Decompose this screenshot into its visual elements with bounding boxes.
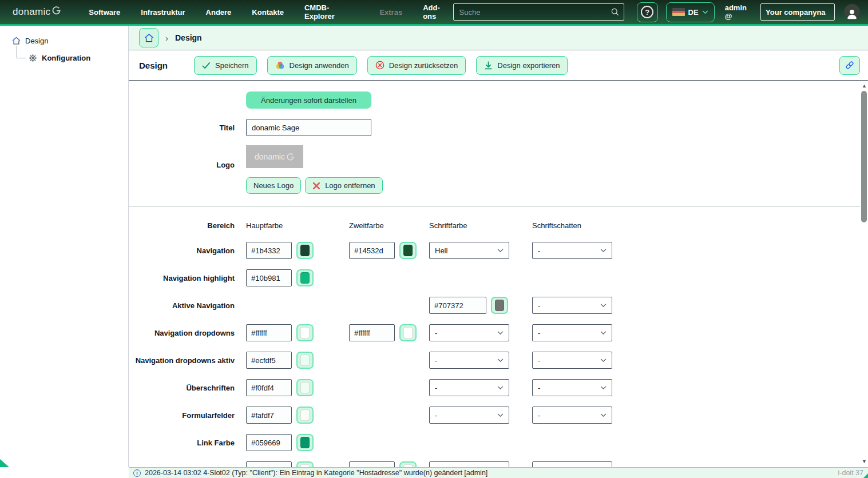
schriftfarbe-select[interactable] bbox=[429, 461, 509, 467]
home-icon bbox=[144, 33, 154, 43]
preview-row: Änderungen sofort darstellen bbox=[129, 91, 868, 119]
color-table-row: Navigation dropdowns-- bbox=[129, 319, 868, 346]
top-navbar: donamic SoftwareInfrastrukturAndereKonta… bbox=[0, 0, 868, 26]
scrollbar-thumb[interactable] bbox=[861, 91, 867, 222]
color-swatch-button[interactable] bbox=[296, 434, 314, 451]
color-table-row: Formularfelder-- bbox=[129, 401, 868, 429]
titel-input[interactable] bbox=[246, 119, 371, 136]
color-hex-input[interactable] bbox=[349, 242, 395, 259]
color-hex-input[interactable] bbox=[349, 461, 395, 467]
save-button[interactable]: Speichern bbox=[194, 56, 257, 75]
apply-design-button[interactable]: Design anwenden bbox=[267, 56, 357, 75]
user-avatar-icon[interactable] bbox=[844, 4, 860, 20]
new-logo-button[interactable]: Neues Logo bbox=[246, 177, 301, 194]
color-swatch-button[interactable] bbox=[296, 352, 314, 369]
tree-branch-line bbox=[17, 46, 26, 58]
color-field-group bbox=[349, 461, 429, 467]
schriftschatten-select[interactable] bbox=[532, 461, 612, 467]
nav-item-add-ons[interactable]: Add-ons bbox=[423, 3, 453, 21]
nav-item-infrastruktur[interactable]: Infrastruktur bbox=[141, 8, 185, 17]
company-input[interactable] bbox=[760, 3, 835, 21]
selected-value: - bbox=[538, 411, 540, 420]
schriftschatten-select[interactable]: - bbox=[532, 407, 612, 424]
circled-x-icon bbox=[375, 61, 385, 70]
scrollbar-up-arrow[interactable]: ▲ bbox=[862, 83, 867, 89]
breadcrumb-home-button[interactable] bbox=[139, 28, 158, 47]
preview-changes-button[interactable]: Änderungen sofort darstellen bbox=[246, 91, 371, 109]
color-swatch bbox=[403, 245, 413, 256]
schriftfarbe-select[interactable]: - bbox=[429, 324, 509, 341]
section-divider bbox=[129, 206, 860, 207]
nav-item-software[interactable]: Software bbox=[89, 8, 120, 17]
chevron-down-icon bbox=[702, 10, 708, 14]
export-design-button[interactable]: Design exportieren bbox=[476, 56, 568, 75]
main-menu: SoftwareInfrastrukturAndereKontakteCMDB-… bbox=[89, 3, 453, 21]
row-label: Navigation dropdowns aktiv bbox=[129, 356, 246, 365]
color-hex-input[interactable] bbox=[349, 324, 395, 341]
schriftschatten-select[interactable]: - bbox=[532, 242, 612, 259]
schriftfarbe-select[interactable]: - bbox=[429, 407, 509, 424]
nav-item-cmdb-explorer[interactable]: CMDB-Explorer bbox=[304, 3, 359, 21]
corner-decoration bbox=[0, 459, 9, 467]
color-swatch-button[interactable] bbox=[296, 242, 314, 259]
color-swatch-button[interactable] bbox=[399, 242, 417, 259]
color-hex-input[interactable] bbox=[246, 379, 292, 396]
language-selector[interactable]: DE bbox=[666, 2, 715, 22]
color-hex-input[interactable] bbox=[246, 242, 292, 259]
nav-item-kontakte[interactable]: Kontakte bbox=[252, 8, 284, 17]
selected-value: Hell bbox=[435, 246, 447, 255]
reset-design-button[interactable]: Design zurücksetzen bbox=[367, 56, 466, 75]
color-swatch-button[interactable] bbox=[399, 461, 417, 467]
color-hex-input[interactable] bbox=[429, 297, 486, 314]
user-prefix-label: admin @ bbox=[725, 3, 756, 21]
nav-item-extras[interactable]: Extras bbox=[379, 8, 402, 17]
column-header: Bereich bbox=[129, 221, 246, 230]
schriftschatten-select[interactable]: - bbox=[532, 379, 612, 396]
color-field-group bbox=[246, 242, 349, 259]
schriftschatten-select[interactable]: - bbox=[532, 352, 612, 369]
sidebar-item-label: Konfiguration bbox=[42, 54, 90, 62]
remove-logo-button[interactable]: Logo entfernen bbox=[305, 177, 382, 194]
color-hex-input[interactable] bbox=[246, 324, 292, 341]
schriftfarbe-select[interactable]: - bbox=[429, 352, 509, 369]
color-swatch-button[interactable] bbox=[296, 324, 314, 341]
schriftfarbe-select[interactable]: Hell bbox=[429, 242, 509, 259]
color-swatch-button[interactable] bbox=[491, 297, 508, 314]
color-hex-input[interactable] bbox=[246, 352, 292, 369]
search-input[interactable] bbox=[453, 3, 624, 21]
color-swatch bbox=[300, 272, 310, 284]
vertical-scrollbar[interactable]: ▲ ▼ bbox=[861, 83, 868, 465]
status-message: 2026-03-14 03:02 4-Slot02 (Typ: "Client"… bbox=[145, 469, 487, 477]
sidebar-item-label: Design bbox=[25, 37, 48, 45]
color-table-row: NavigationHell- bbox=[129, 237, 868, 264]
language-label: DE bbox=[688, 8, 699, 17]
schriftschatten-select[interactable]: - bbox=[532, 324, 612, 341]
schriftfarbe-select[interactable]: - bbox=[429, 379, 509, 396]
color-swatch-button[interactable] bbox=[399, 324, 417, 341]
sidebar-item-konfiguration[interactable]: Konfiguration bbox=[28, 53, 90, 63]
chevron-down-icon bbox=[497, 386, 504, 390]
row-label: Formularfelder bbox=[129, 411, 246, 420]
sidebar-item-design[interactable]: Design bbox=[11, 36, 128, 46]
color-hex-input[interactable] bbox=[246, 269, 292, 286]
chevron-down-icon bbox=[497, 249, 504, 253]
color-swatch-button[interactable] bbox=[296, 269, 314, 286]
scrollbar-down-arrow[interactable]: ▼ bbox=[862, 459, 867, 464]
color-hex-input[interactable] bbox=[246, 461, 292, 467]
permalink-button[interactable] bbox=[839, 56, 860, 75]
column-header: Zweitfarbe bbox=[349, 221, 429, 230]
schriftschatten-select[interactable]: - bbox=[532, 297, 612, 314]
color-swatch-button[interactable] bbox=[296, 461, 314, 467]
design-settings-panel: Änderungen sofort darstellen Titel Logo … bbox=[129, 81, 868, 467]
help-button[interactable]: ? bbox=[637, 2, 658, 22]
color-table-row bbox=[129, 456, 868, 467]
color-swatch-button[interactable] bbox=[296, 379, 314, 396]
color-field-group bbox=[349, 324, 429, 341]
nav-item-andere[interactable]: Andere bbox=[206, 8, 232, 17]
color-hex-input[interactable] bbox=[246, 407, 292, 424]
selected-value: - bbox=[538, 356, 540, 365]
color-swatch-button[interactable] bbox=[296, 407, 314, 424]
version-label: i-doit 37 bbox=[838, 469, 863, 477]
color-hex-input[interactable] bbox=[246, 434, 292, 451]
sidebar-subtree: Konfiguration bbox=[17, 46, 128, 63]
